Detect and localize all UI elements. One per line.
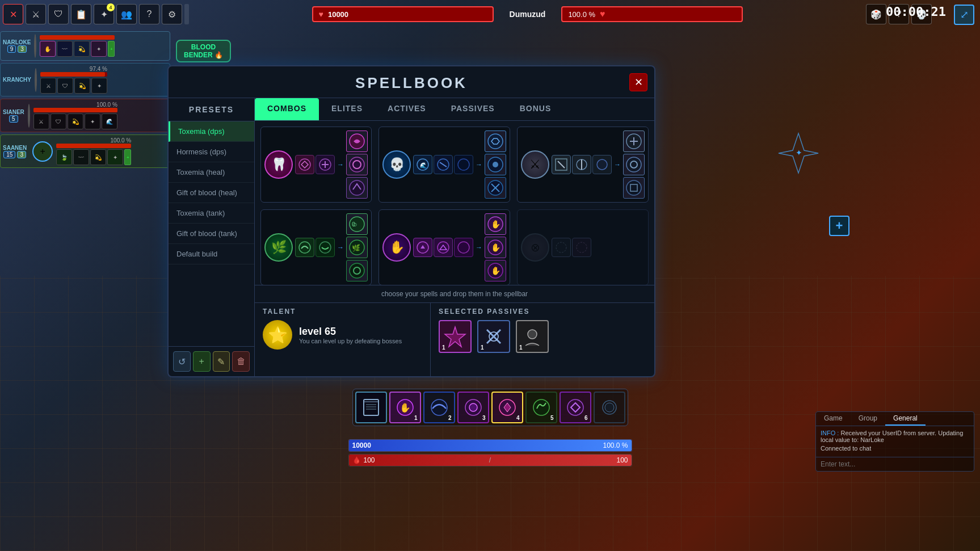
tab-passives[interactable]: PASSIVES (439, 98, 507, 120)
combat-icon[interactable]: ⚔ (26, 4, 46, 24)
saanen-add-icon[interactable]: + (32, 141, 53, 162)
spellbar-slot-1[interactable]: ✋ 1 (389, 392, 421, 423)
passive-icon-2[interactable]: 1 (477, 320, 510, 353)
narloke-badge: 3 (18, 45, 27, 53)
chat-tab-group[interactable]: Group (851, 412, 885, 426)
combo-slot-1b[interactable] (316, 155, 335, 174)
passive-icon-3[interactable]: 1 (516, 320, 549, 353)
shield-icon[interactable]: 🛡 (48, 4, 69, 24)
journal-icon[interactable]: 📋 (71, 4, 91, 24)
tab-bonus[interactable]: BONUS (507, 98, 564, 120)
close-modal-button[interactable]: ✕ (629, 73, 647, 91)
chat-input[interactable] (816, 457, 974, 471)
combo-result-5c[interactable]: ✋ (485, 260, 506, 281)
spellbar-slot-6[interactable]: 6 (560, 392, 591, 423)
combo-slot-3b[interactable] (572, 155, 591, 174)
add-preset-button[interactable]: + (193, 351, 211, 372)
combo-result-2c[interactable] (485, 177, 506, 199)
preset-hormesis-dps[interactable]: Hormesis (dps) (169, 142, 254, 162)
preset-gift-blood-tank[interactable]: Gift of blood (tank) (169, 224, 254, 244)
tab-combos[interactable]: COMBOS (255, 98, 319, 120)
combo-result-1a[interactable] (346, 131, 368, 152)
star-icon[interactable]: ✦4 (94, 4, 114, 24)
combo-slot-3c[interactable] (592, 155, 612, 174)
combo-result-4b[interactable]: 🌿 (346, 237, 368, 258)
combo-result-4a[interactable]: ○0 (346, 213, 368, 235)
talent-content: ⭐ level 65 You can level up by defeating… (263, 320, 422, 350)
spellbar-slot-3[interactable]: 3 (457, 392, 489, 423)
combo-slot-5a[interactable] (413, 238, 432, 257)
combo-slot-6b[interactable] (572, 238, 591, 257)
reset-preset-button[interactable]: ↺ (173, 351, 191, 372)
expand-button[interactable]: ⤢ (954, 5, 974, 25)
combo-slot-2a[interactable]: 🌊 (413, 155, 432, 174)
spell-icon-5-main[interactable]: ✋ (382, 233, 411, 262)
right-panel: COMBOS ELITES ACTIVES PASSIVES BONUS 🦷 (255, 98, 654, 376)
combo-slot-4b[interactable] (316, 238, 335, 257)
spell-icon-4-main[interactable]: 🌿 (264, 233, 293, 262)
combo-result-3a[interactable] (623, 131, 645, 152)
combo-result-2a[interactable] (485, 131, 506, 152)
preset-toxemia-heal[interactable]: Toxemia (heal) (169, 162, 254, 183)
spellbar-slot-empty[interactable] (594, 392, 625, 423)
combo-slot-5b[interactable] (434, 238, 453, 257)
combo-result-3b[interactable] (623, 154, 645, 175)
combo-arrow-5: → (476, 243, 482, 251)
modal-body: PRESETS Toxemia (dps) Hormesis (dps) Tox… (169, 98, 654, 376)
edit-preset-button[interactable]: ✎ (213, 351, 230, 372)
spell-icon-3-main[interactable]: ⚔ (521, 150, 549, 179)
sianer-avatar: 🧙 (28, 104, 30, 128)
svg-text:✋: ✋ (491, 243, 501, 253)
chat-message-1: INFO : Received your UserID from server.… (821, 430, 969, 443)
tab-elites[interactable]: ELITES (319, 98, 375, 120)
group-icon[interactable]: 👥 (116, 4, 137, 24)
delete-preset-button[interactable]: 🗑 (232, 351, 250, 372)
combo-result-5a[interactable]: ✋ (485, 213, 506, 235)
health-separator: / (489, 456, 491, 464)
combo-slot-1a[interactable] (295, 155, 314, 174)
help-icon[interactable]: ? (139, 4, 159, 24)
preset-toxemia-tank[interactable]: Toxemia (tank) (169, 203, 254, 224)
combo-results-4: ○0 🌿 (346, 213, 368, 281)
combo-group-6: ⊗ (517, 209, 649, 285)
spell-icon-2-main[interactable]: 💀 (382, 150, 411, 179)
spellbar: ✋ 1 2 3 4 5 6 (352, 389, 628, 426)
combo-results-5: ✋ ✋ ✋ (485, 213, 506, 281)
spellbar-slot-5[interactable]: 5 (525, 392, 557, 423)
combo-result-5b[interactable]: ✋ (485, 237, 506, 258)
combo-group-2: 💀 🌊 (378, 127, 510, 203)
combo-result-4c[interactable] (346, 260, 368, 281)
combo-result-3c[interactable] (623, 177, 645, 199)
preset-default-build[interactable]: Default build (169, 244, 254, 264)
passive-icon-1[interactable]: 1 (439, 320, 472, 353)
preset-toxemia-dps[interactable]: Toxemia (dps) (169, 121, 254, 142)
dice-icon[interactable]: 🎲 (866, 4, 886, 24)
combo-slot-3a[interactable] (552, 155, 571, 174)
combo-group-5: ✋ (378, 209, 510, 285)
combo-slot-2c[interactable] (454, 155, 473, 174)
spellbar-slot-book[interactable] (355, 392, 387, 423)
combo-slot-6a[interactable] (552, 238, 571, 257)
combo-result-1c[interactable] (346, 177, 368, 199)
plus-icon[interactable]: + (829, 216, 849, 236)
chat-tabs: Game Group General (816, 412, 974, 426)
combo-result-1b[interactable] (346, 154, 368, 175)
spellbar-slot-2[interactable]: 2 (423, 392, 455, 423)
combo-slot-4a[interactable] (295, 238, 314, 257)
combo-slot-2b[interactable] (434, 155, 453, 174)
svg-point-50 (556, 242, 566, 253)
slot-num-4: 4 (516, 415, 520, 421)
combo-result-2b[interactable] (485, 154, 506, 175)
spellbar-slot-4[interactable]: 4 (491, 392, 523, 423)
svg-point-32 (299, 242, 310, 253)
svg-point-68 (567, 399, 583, 415)
preset-gift-blood-heal[interactable]: Gift of blood (heal) (169, 183, 254, 203)
chat-tab-game[interactable]: Game (816, 412, 851, 426)
chat-tab-general[interactable]: General (885, 412, 926, 426)
combo-slot-5c[interactable] (454, 238, 473, 257)
close-game-icon[interactable]: ✕ (3, 4, 23, 24)
spell-icon-6-main[interactable]: ⊗ (521, 233, 549, 262)
settings-icon[interactable]: ⚙ (162, 4, 182, 24)
tab-actives[interactable]: ACTIVES (375, 98, 439, 120)
spell-icon-1-main[interactable]: 🦷 (264, 150, 293, 179)
